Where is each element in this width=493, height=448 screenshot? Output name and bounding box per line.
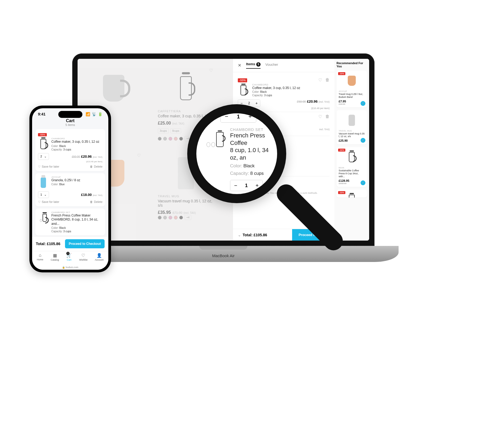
color-value: Black <box>243 163 255 168</box>
tax-label: incl. TAX) <box>319 128 330 131</box>
qty-select[interactable]: 2⌄ <box>38 153 49 160</box>
recommended-item[interactable]: -30% <box>337 190 367 198</box>
product-thumb <box>38 137 49 151</box>
tab-items[interactable]: Items5 <box>246 62 261 69</box>
recommended-title: Recommended For You <box>337 61 367 68</box>
capacity-label: Capacity: <box>230 171 249 176</box>
heart-icon: ♡ <box>38 165 41 168</box>
product-thumb <box>238 83 249 97</box>
add-to-cart-icon[interactable]: 🛒 <box>361 101 365 106</box>
cart-total[interactable]: ⌄Total: £105.86 <box>233 230 292 240</box>
qty-minus-button[interactable]: − <box>221 111 232 122</box>
save-for-later-button[interactable]: ♡Save for later <box>38 200 59 204</box>
capacity-value: 3 cups <box>264 94 272 97</box>
product-name: Coffee maker, 3 cup, 0.35 l, 12 oz <box>51 140 102 144</box>
nav-cart[interactable]: 5🛒Cart <box>66 253 72 261</box>
wishlist-icon[interactable]: ♡ <box>318 78 322 83</box>
page-header: Cart 5 items <box>32 116 108 129</box>
wishlist-icon[interactable]: ♡ <box>137 153 141 158</box>
delete-button[interactable]: 🗑Delete <box>90 200 102 204</box>
recommended-item[interactable]: -30% BEAN Sustainable Coffee Press 8 Cup… <box>337 147 367 187</box>
quantity-stepper[interactable]: − + <box>220 110 256 123</box>
delete-icon[interactable]: 🗑 <box>325 114 330 119</box>
product-brand: TRAVEL MUG <box>158 195 214 198</box>
wifi-icon: 📡 <box>92 112 96 116</box>
product-name: French Press Coffee8 cup, 1.0 l, 34 oz, … <box>230 132 269 161</box>
tax-label: (incl. TAX) <box>93 156 102 158</box>
discount-badge: -30% <box>338 72 345 75</box>
tax-label: (incl. TAX) <box>172 122 184 125</box>
nav-wishlist[interactable]: ♡Wishlist <box>79 253 87 261</box>
nav-account[interactable]: 👤Account <box>95 253 104 261</box>
recommended-item[interactable]: -30% JOYCUP Travel mug 0.25l / 8oz, Bodu… <box>337 71 367 107</box>
chevron-down-icon: ⌄ <box>44 193 47 196</box>
heart-icon: ♡ <box>38 200 41 204</box>
color-value: Black <box>59 226 66 229</box>
cart-total: Total: £105.86 <box>36 242 62 246</box>
wishlist-icon[interactable]: ♡ <box>318 114 322 119</box>
product-brand: CHAMBORD <box>51 137 102 140</box>
wishlist-icon[interactable]: ♡ <box>209 68 213 73</box>
capacity-value: 3 cups <box>63 230 71 233</box>
discount-badge: -30% <box>338 149 345 152</box>
discount-badge: -30% <box>338 191 345 194</box>
capacity-label: Capacity: <box>51 230 63 233</box>
strike-price: £50.00 <box>297 100 306 103</box>
qty-select[interactable]: 1⌄ <box>38 191 49 198</box>
qty-input[interactable] <box>232 111 244 122</box>
delete-icon[interactable]: 🗑 <box>325 78 330 83</box>
browser-url: 🔒 bodum.com <box>32 265 108 270</box>
discount-badge: -55% <box>38 133 47 136</box>
color-swatches[interactable]: +4 <box>158 215 214 220</box>
product-name: Vacuum travel mug 0.35 l, 12 oz, s/s <box>339 132 365 138</box>
qty-plus-button[interactable]: + <box>253 100 260 107</box>
product-brand: TRAVEL MUG <box>339 130 365 132</box>
battery-icon: 🔋 <box>98 112 102 116</box>
color-value: Blue <box>59 183 64 186</box>
save-for-later-button[interactable]: ♡Save for later <box>38 165 59 168</box>
capacity-chip[interactable]: 3cups <box>158 128 169 133</box>
color-value: Black <box>59 145 66 148</box>
quantity-stepper[interactable]: − + <box>230 180 263 191</box>
qty-plus-button[interactable]: + <box>244 111 256 122</box>
tax-label: (incl. TAX) <box>319 101 330 103</box>
page-title: Cart <box>32 118 108 123</box>
add-to-cart-icon[interactable]: 🛒 <box>361 180 365 185</box>
tax-label: (incl. TAX) <box>93 194 102 196</box>
capacity-value: 8 cups <box>250 171 264 176</box>
per-item-price: (£10.48 per item) <box>38 160 102 163</box>
capacity-label: Capacity: <box>51 148 63 151</box>
delete-button[interactable]: 🗑Delete <box>90 165 102 168</box>
product-brand: CAFFETTIERA <box>158 110 214 113</box>
discount-badge: -55% <box>238 78 247 82</box>
items-count-badge: 5 <box>256 62 261 67</box>
cart-item: -55% CHAMBORD Coffee maker, 3 cup, 0.35 … <box>35 129 105 171</box>
strike-price: £71.90 <box>173 211 182 215</box>
tab-voucher[interactable]: Voucher <box>265 63 278 68</box>
close-icon[interactable]: ✕ <box>238 63 241 68</box>
capacity-value: 3 cups <box>63 148 71 151</box>
recommended-item[interactable]: TRAVEL MUG Vacuum travel mug 0.35 l, 12 … <box>337 110 367 145</box>
checkout-button[interactable]: Proceed to Checkout <box>65 239 105 248</box>
product-brand: CHAMBORD SET <box>230 128 269 132</box>
product-price: £35.95 <box>158 210 171 215</box>
swatch-more[interactable]: +4 <box>185 215 191 220</box>
color-value: Black <box>260 90 266 93</box>
product-name: Sustainable Coffee Press 8 Cup 34oz, wit… <box>339 169 365 178</box>
price: £20.96 <box>307 99 318 103</box>
color-label: Color: <box>252 90 259 93</box>
phone-screen: 9:41 📶 📡 🔋 Cart 5 items -55% CHAMBORD Co… <box>32 108 108 270</box>
price: £18.00 <box>81 193 92 197</box>
nav-home[interactable]: ⌂Home <box>37 253 43 261</box>
color-label: Color: <box>51 183 59 186</box>
nav-catalog[interactable]: ▦Catalog <box>51 253 59 261</box>
magnifier-lens: − + CHAMBORD SET French Press Coffee8 cu… <box>187 104 286 203</box>
qty-plus-button[interactable]: + <box>252 180 262 191</box>
capacity-chip[interactable]: 8cups <box>170 128 181 133</box>
product-thumb <box>38 176 49 189</box>
product-name: French Press Coffee Maker CHAMBORD, 8 cu… <box>51 214 102 226</box>
qty-minus-button[interactable]: − <box>230 180 241 191</box>
strike-price: £50.00 <box>72 155 80 158</box>
qty-input[interactable] <box>241 180 252 191</box>
status-time: 9:41 <box>38 112 45 116</box>
